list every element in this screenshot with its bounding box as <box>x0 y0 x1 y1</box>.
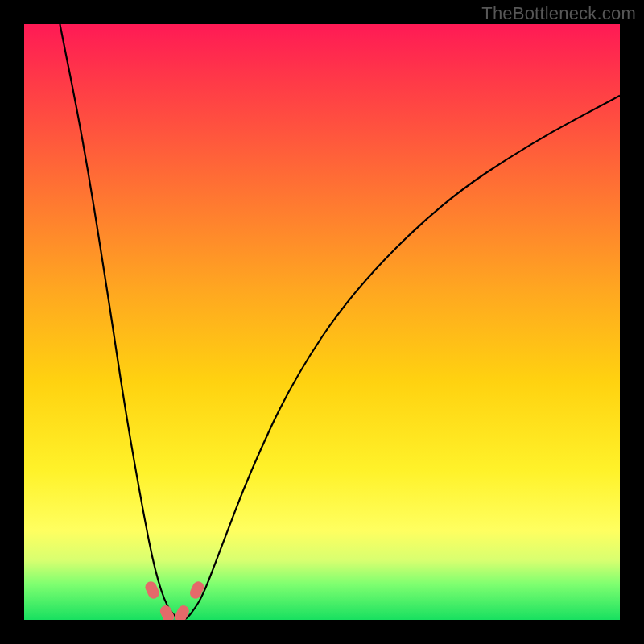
watermark-text: TheBottleneck.com <box>481 3 636 24</box>
chart-plot-area <box>24 24 620 620</box>
curve-path <box>60 24 620 620</box>
curve-marker <box>159 604 176 620</box>
bottleneck-curve <box>24 24 620 620</box>
curve-marker <box>188 580 206 601</box>
